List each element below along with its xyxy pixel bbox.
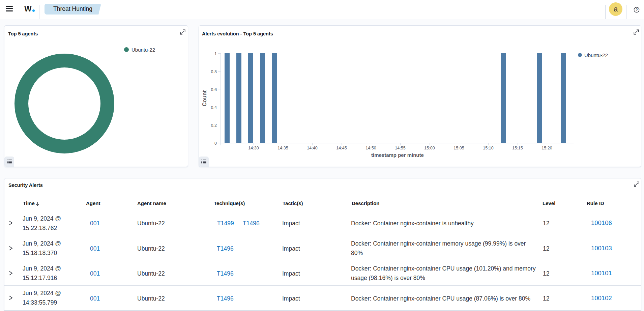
svg-text:?: ? bbox=[636, 8, 638, 12]
